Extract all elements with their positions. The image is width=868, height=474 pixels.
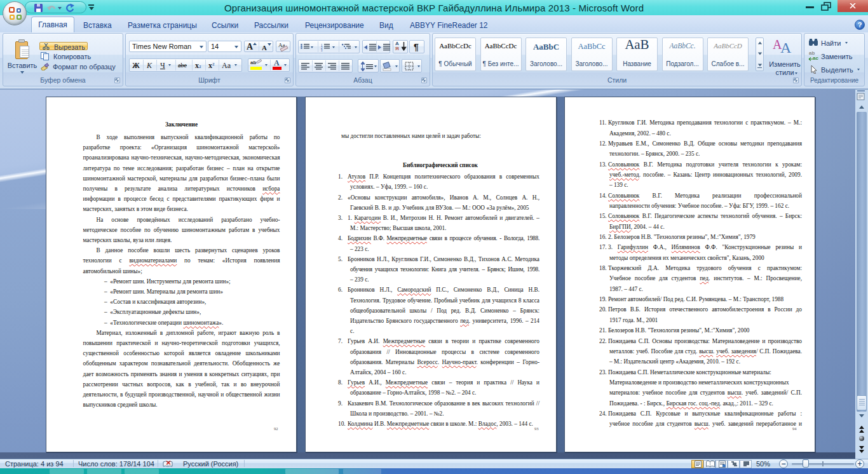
svg-text:3: 3 xyxy=(321,49,323,52)
